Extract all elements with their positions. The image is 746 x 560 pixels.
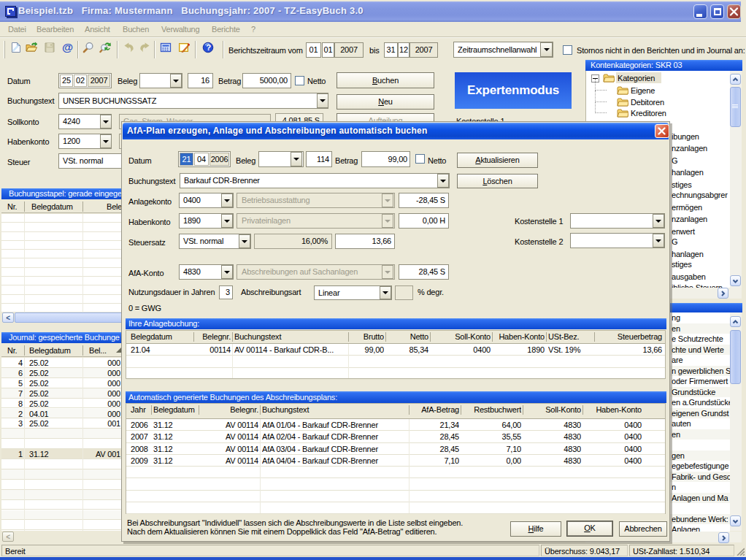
svg-text:@: @ (62, 42, 73, 53)
svg-text:?: ? (206, 43, 211, 52)
